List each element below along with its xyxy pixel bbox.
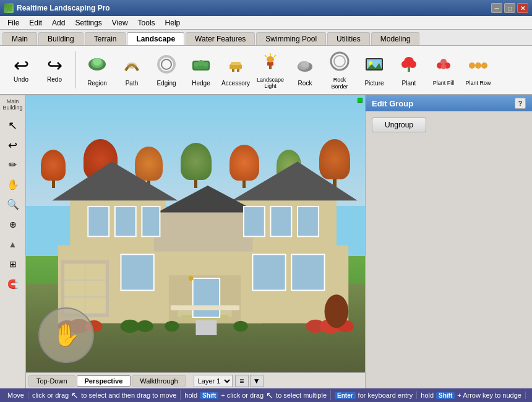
- region-button[interactable]: Region: [81, 49, 113, 91]
- plant-row-icon: [467, 53, 489, 79]
- menu-edit[interactable]: Edit: [24, 17, 47, 28]
- edging-label: Edging: [157, 80, 176, 87]
- edit-group-title: Edit Group: [372, 99, 413, 108]
- menu-settings[interactable]: Settings: [70, 17, 106, 28]
- right-panel: Edit Group ? Ungroup: [365, 95, 532, 388]
- svg-point-8: [194, 62, 199, 67]
- terrain-edit-tool[interactable]: ▲: [3, 235, 23, 254]
- tab-utilities[interactable]: Utilities: [327, 32, 370, 45]
- plant-label: Plant: [402, 80, 416, 87]
- ungroup-button[interactable]: Ungroup: [372, 118, 426, 132]
- region-icon: [86, 53, 108, 79]
- tab-main[interactable]: Main: [2, 32, 37, 45]
- status-move: Move: [4, 391, 28, 399]
- layer-select-group: Layer 1 ≡ ▼: [194, 375, 264, 387]
- menu-file[interactable]: File: [2, 17, 24, 28]
- main-building-label: Main Building: [1, 98, 24, 113]
- rock-border-button[interactable]: Rock Border: [324, 49, 356, 91]
- plant-fill-button[interactable]: Plant Fill: [427, 49, 460, 91]
- svg-marker-48: [232, 161, 358, 200]
- path-icon: [121, 53, 143, 79]
- menu-help[interactable]: Help: [160, 17, 186, 28]
- house-container: [51, 150, 359, 335]
- svg-point-37: [441, 64, 446, 69]
- magnet-tool[interactable]: 🧲: [3, 275, 23, 293]
- minimize-button[interactable]: ─: [491, 3, 502, 13]
- svg-line-20: [265, 55, 267, 57]
- rock-button[interactable]: Rock: [289, 49, 321, 91]
- zoom-tool[interactable]: 🔍: [3, 195, 23, 214]
- svg-rect-68: [193, 278, 220, 317]
- menu-add[interactable]: Add: [47, 17, 70, 28]
- pan-tool[interactable]: ✋: [3, 176, 23, 194]
- svg-point-38: [469, 62, 475, 69]
- zoom-region-tool[interactable]: ⊕: [3, 215, 23, 234]
- svg-point-81: [137, 320, 153, 332]
- landscape-light-button[interactable]: Landscape Light: [254, 49, 286, 91]
- tab-landscape[interactable]: Landscape: [127, 32, 184, 45]
- tab-building[interactable]: Building: [38, 32, 84, 45]
- help-button[interactable]: ?: [515, 98, 526, 109]
- app-icon: 🌿: [4, 3, 14, 13]
- undo-button[interactable]: ↩ Undo: [5, 49, 37, 91]
- tab-swimming-pool[interactable]: Swimming Pool: [256, 32, 326, 45]
- undo-tool[interactable]: ↩: [3, 136, 23, 155]
- close-button[interactable]: ✕: [517, 3, 528, 13]
- svg-rect-33: [408, 67, 410, 72]
- plant-row-button[interactable]: Plant Row: [462, 49, 494, 91]
- svg-rect-14: [237, 69, 239, 72]
- tab-terrain[interactable]: Terrain: [85, 32, 126, 45]
- status-shift-key: Shift: [200, 392, 218, 399]
- svg-line-19: [274, 55, 276, 57]
- navigation-compass[interactable]: ✋: [38, 307, 94, 363]
- tab-modeling[interactable]: Modeling: [371, 32, 420, 45]
- svg-point-76: [189, 276, 194, 281]
- view-tab-perspective[interactable]: Perspective: [77, 375, 131, 387]
- svg-rect-62: [121, 254, 154, 290]
- canvas-area[interactable]: ✋: [26, 95, 365, 372]
- landscape-light-label: Landscape Light: [256, 77, 285, 90]
- layer-dropdown[interactable]: Layer 1: [194, 375, 233, 387]
- select-tool[interactable]: ↖: [3, 116, 23, 135]
- status-move-label: Move: [7, 391, 24, 399]
- status-drag-text: click or drag: [32, 391, 69, 399]
- picture-button[interactable]: Picture: [358, 49, 390, 91]
- accessory-button[interactable]: Accessory: [220, 49, 252, 91]
- hedge-button[interactable]: Hedge: [185, 49, 217, 91]
- status-arrow-text: + Arrow key to nudge: [457, 391, 521, 399]
- menu-view[interactable]: View: [107, 17, 133, 28]
- svg-point-4: [158, 56, 174, 72]
- layer-icon-2[interactable]: ▼: [250, 375, 264, 387]
- landscape-light-icon: [259, 51, 281, 76]
- view-tab-topdown[interactable]: Top-Down: [28, 375, 75, 387]
- redo-button[interactable]: ↪ Redo: [38, 49, 71, 91]
- menu-tools[interactable]: Tools: [133, 17, 160, 28]
- path-button[interactable]: Path: [116, 49, 148, 91]
- svg-rect-60: [270, 207, 291, 236]
- app-title: Realtime Landscaping Pro: [17, 4, 110, 12]
- plant-button[interactable]: Plant: [393, 49, 425, 91]
- layer-icon-1[interactable]: ≡: [235, 375, 249, 387]
- plant-fill-icon: [432, 53, 455, 79]
- undo-icon: ↩: [14, 56, 29, 75]
- window-controls: ─ □ ✕: [491, 3, 528, 13]
- selection-indicator: [358, 98, 363, 103]
- status-cursor2-icon: ↖: [266, 390, 273, 400]
- status-hold-text: hold: [184, 391, 197, 399]
- svg-point-5: [161, 59, 171, 69]
- view-tab-walkthrough[interactable]: Walkthrough: [132, 375, 186, 387]
- edging-icon: [155, 53, 178, 79]
- svg-point-40: [481, 62, 487, 69]
- svg-point-85: [165, 321, 179, 331]
- undo-redo-group: ↩ Undo ↪ Redo: [5, 49, 71, 91]
- grid-tool[interactable]: ⊞: [3, 255, 23, 273]
- tabsbar: Main Building Terrain Landscape Water Fe…: [0, 30, 532, 46]
- svg-rect-58: [142, 207, 160, 236]
- svg-rect-46: [154, 210, 253, 252]
- statusbar: Move click or drag ↖ to select and then …: [0, 388, 532, 402]
- pencil-tool[interactable]: ✏: [3, 156, 23, 174]
- svg-rect-59: [244, 207, 265, 236]
- tab-water-features[interactable]: Water Features: [186, 32, 255, 45]
- maximize-button[interactable]: □: [504, 3, 515, 13]
- edging-button[interactable]: Edging: [150, 49, 182, 91]
